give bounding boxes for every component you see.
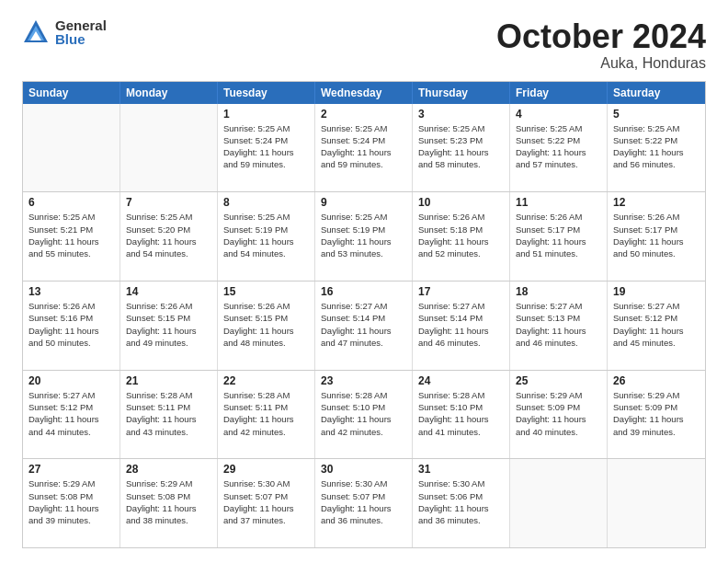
calendar-cell: 20Sunrise: 5:27 AM Sunset: 5:12 PM Dayli… [23, 371, 120, 459]
day-info: Sunrise: 5:25 AM Sunset: 5:22 PM Dayligh… [516, 122, 601, 171]
day-number: 3 [418, 108, 504, 121]
calendar-cell: 6Sunrise: 5:25 AM Sunset: 5:21 PM Daylig… [23, 192, 120, 281]
calendar-row: 6Sunrise: 5:25 AM Sunset: 5:21 PM Daylig… [23, 191, 705, 281]
calendar-cell: 1Sunrise: 5:25 AM Sunset: 5:24 PM Daylig… [218, 104, 315, 192]
title-month: October 2024 [496, 18, 706, 55]
logo: General Blue [22, 18, 107, 46]
calendar-cell: 14Sunrise: 5:26 AM Sunset: 5:15 PM Dayli… [120, 282, 218, 370]
calendar-cell: 2Sunrise: 5:25 AM Sunset: 5:24 PM Daylig… [315, 104, 413, 192]
calendar-cell: 27Sunrise: 5:29 AM Sunset: 5:08 PM Dayli… [23, 459, 120, 547]
calendar-cell: 11Sunrise: 5:26 AM Sunset: 5:17 PM Dayli… [510, 192, 608, 281]
day-info: Sunrise: 5:25 AM Sunset: 5:22 PM Dayligh… [613, 122, 700, 171]
calendar-header-cell: Saturday [608, 82, 705, 104]
day-info: Sunrise: 5:25 AM Sunset: 5:21 PM Dayligh… [28, 211, 114, 259]
calendar-cell: 9Sunrise: 5:25 AM Sunset: 5:19 PM Daylig… [315, 192, 413, 281]
calendar-header-cell: Sunday [23, 82, 120, 104]
calendar-cell [608, 459, 705, 547]
day-number: 13 [28, 285, 114, 298]
day-info: Sunrise: 5:26 AM Sunset: 5:16 PM Dayligh… [28, 300, 114, 349]
calendar-header-cell: Friday [510, 82, 608, 104]
calendar-row: 13Sunrise: 5:26 AM Sunset: 5:16 PM Dayli… [23, 281, 705, 370]
calendar-cell: 7Sunrise: 5:25 AM Sunset: 5:20 PM Daylig… [120, 192, 218, 281]
day-number: 22 [223, 374, 309, 387]
day-info: Sunrise: 5:26 AM Sunset: 5:17 PM Dayligh… [516, 211, 601, 259]
day-number: 20 [28, 374, 114, 387]
calendar-cell: 25Sunrise: 5:29 AM Sunset: 5:09 PM Dayli… [510, 371, 608, 459]
day-number: 14 [126, 285, 211, 298]
logo-blue-text: Blue [55, 32, 107, 46]
day-number: 2 [321, 108, 406, 121]
day-info: Sunrise: 5:29 AM Sunset: 5:08 PM Dayligh… [28, 477, 114, 526]
day-number: 5 [613, 108, 700, 121]
calendar-cell: 13Sunrise: 5:26 AM Sunset: 5:16 PM Dayli… [23, 282, 120, 370]
logo-general-text: General [55, 18, 107, 32]
day-info: Sunrise: 5:29 AM Sunset: 5:09 PM Dayligh… [516, 389, 601, 438]
title-block: October 2024 Auka, Honduras [496, 18, 706, 72]
day-info: Sunrise: 5:26 AM Sunset: 5:18 PM Dayligh… [418, 211, 504, 259]
calendar-cell: 16Sunrise: 5:27 AM Sunset: 5:14 PM Dayli… [315, 282, 413, 370]
title-location: Auka, Honduras [496, 55, 706, 72]
calendar-cell [23, 104, 120, 192]
calendar-header-cell: Monday [120, 82, 218, 104]
day-info: Sunrise: 5:26 AM Sunset: 5:15 PM Dayligh… [126, 300, 211, 349]
page: General Blue October 2024 Auka, Honduras… [0, 0, 728, 563]
day-number: 10 [418, 196, 504, 209]
day-number: 27 [28, 463, 114, 476]
calendar-cell: 31Sunrise: 5:30 AM Sunset: 5:06 PM Dayli… [413, 459, 510, 547]
day-number: 26 [613, 374, 700, 387]
calendar-row: 20Sunrise: 5:27 AM Sunset: 5:12 PM Dayli… [23, 370, 705, 459]
day-info: Sunrise: 5:27 AM Sunset: 5:12 PM Dayligh… [28, 389, 114, 438]
calendar: SundayMondayTuesdayWednesdayThursdayFrid… [22, 81, 706, 548]
calendar-cell: 10Sunrise: 5:26 AM Sunset: 5:18 PM Dayli… [413, 192, 510, 281]
calendar-body: 1Sunrise: 5:25 AM Sunset: 5:24 PM Daylig… [23, 104, 705, 547]
calendar-cell [120, 104, 218, 192]
calendar-cell: 8Sunrise: 5:25 AM Sunset: 5:19 PM Daylig… [218, 192, 315, 281]
day-info: Sunrise: 5:26 AM Sunset: 5:15 PM Dayligh… [223, 300, 309, 349]
calendar-cell: 28Sunrise: 5:29 AM Sunset: 5:08 PM Dayli… [120, 459, 218, 547]
day-info: Sunrise: 5:29 AM Sunset: 5:09 PM Dayligh… [613, 389, 700, 438]
calendar-row: 1Sunrise: 5:25 AM Sunset: 5:24 PM Daylig… [23, 104, 705, 192]
day-number: 21 [126, 374, 211, 387]
day-info: Sunrise: 5:25 AM Sunset: 5:19 PM Dayligh… [321, 211, 406, 259]
calendar-header: SundayMondayTuesdayWednesdayThursdayFrid… [23, 82, 705, 104]
day-number: 15 [223, 285, 309, 298]
calendar-header-cell: Wednesday [315, 82, 413, 104]
day-info: Sunrise: 5:25 AM Sunset: 5:24 PM Dayligh… [223, 122, 309, 171]
day-number: 19 [613, 285, 700, 298]
day-info: Sunrise: 5:25 AM Sunset: 5:19 PM Dayligh… [223, 211, 309, 259]
day-number: 7 [126, 196, 211, 209]
calendar-cell: 15Sunrise: 5:26 AM Sunset: 5:15 PM Dayli… [218, 282, 315, 370]
day-info: Sunrise: 5:27 AM Sunset: 5:14 PM Dayligh… [321, 300, 406, 349]
day-number: 9 [321, 196, 406, 209]
calendar-header-cell: Thursday [413, 82, 510, 104]
calendar-header-cell: Tuesday [218, 82, 315, 104]
day-info: Sunrise: 5:30 AM Sunset: 5:07 PM Dayligh… [321, 477, 406, 526]
day-info: Sunrise: 5:28 AM Sunset: 5:11 PM Dayligh… [223, 389, 309, 438]
day-number: 17 [418, 285, 504, 298]
calendar-cell: 12Sunrise: 5:26 AM Sunset: 5:17 PM Dayli… [608, 192, 705, 281]
day-info: Sunrise: 5:26 AM Sunset: 5:17 PM Dayligh… [613, 211, 700, 259]
calendar-cell: 21Sunrise: 5:28 AM Sunset: 5:11 PM Dayli… [120, 371, 218, 459]
day-info: Sunrise: 5:27 AM Sunset: 5:13 PM Dayligh… [516, 300, 601, 349]
day-info: Sunrise: 5:30 AM Sunset: 5:07 PM Dayligh… [223, 477, 309, 526]
calendar-cell: 3Sunrise: 5:25 AM Sunset: 5:23 PM Daylig… [413, 104, 510, 192]
day-info: Sunrise: 5:29 AM Sunset: 5:08 PM Dayligh… [126, 477, 211, 526]
calendar-cell [510, 459, 608, 547]
calendar-cell: 29Sunrise: 5:30 AM Sunset: 5:07 PM Dayli… [218, 459, 315, 547]
day-number: 23 [321, 374, 406, 387]
day-number: 28 [126, 463, 211, 476]
day-info: Sunrise: 5:30 AM Sunset: 5:06 PM Dayligh… [418, 477, 504, 526]
day-number: 16 [321, 285, 406, 298]
day-number: 24 [418, 374, 504, 387]
calendar-cell: 18Sunrise: 5:27 AM Sunset: 5:13 PM Dayli… [510, 282, 608, 370]
calendar-cell: 4Sunrise: 5:25 AM Sunset: 5:22 PM Daylig… [510, 104, 608, 192]
calendar-cell: 17Sunrise: 5:27 AM Sunset: 5:14 PM Dayli… [413, 282, 510, 370]
logo-icon [22, 18, 50, 46]
calendar-cell: 5Sunrise: 5:25 AM Sunset: 5:22 PM Daylig… [608, 104, 705, 192]
day-number: 29 [223, 463, 309, 476]
day-number: 12 [613, 196, 700, 209]
calendar-cell: 30Sunrise: 5:30 AM Sunset: 5:07 PM Dayli… [315, 459, 413, 547]
day-info: Sunrise: 5:28 AM Sunset: 5:10 PM Dayligh… [418, 389, 504, 438]
calendar-cell: 19Sunrise: 5:27 AM Sunset: 5:12 PM Dayli… [608, 282, 705, 370]
day-number: 11 [516, 196, 601, 209]
